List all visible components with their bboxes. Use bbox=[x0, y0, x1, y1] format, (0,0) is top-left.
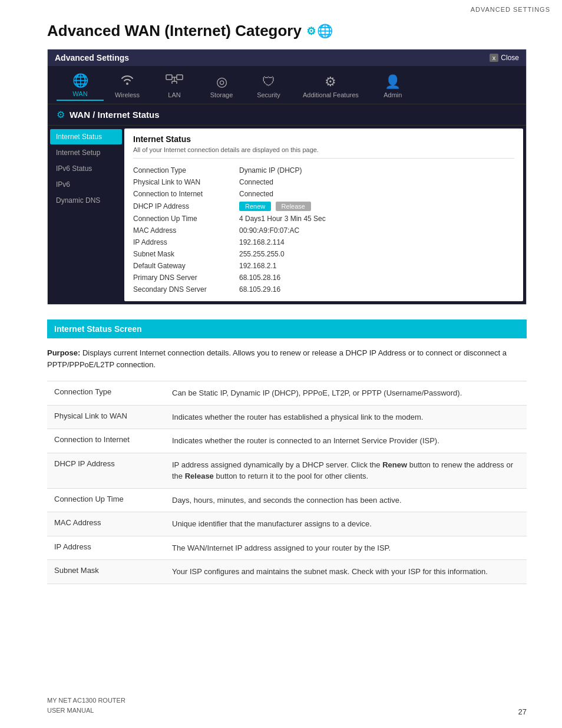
sidebar-item-internet-status[interactable]: Internet Status bbox=[50, 129, 122, 144]
close-x-button[interactable]: x bbox=[490, 54, 499, 62]
main-content: Advanced WAN (Internet) Category ⚙ 🌐 Adv… bbox=[0, 16, 562, 602]
desc-value-subnet: Your ISP configures and maintains the su… bbox=[165, 560, 527, 584]
panel-main-content: Internet Status All of your Internet con… bbox=[124, 129, 523, 301]
desc-value-ip: The WAN/Internet IP address assigned to … bbox=[165, 536, 527, 560]
section-title: Internet Status bbox=[133, 134, 514, 144]
desc-label-connection-type: Connection Type bbox=[47, 381, 165, 406]
admin-icon: 👤 bbox=[385, 74, 401, 90]
header-label: ADVANCED SETTINGS bbox=[471, 6, 550, 13]
svg-rect-1 bbox=[177, 75, 183, 80]
value-connection-type: Dynamic IP (DHCP) bbox=[239, 166, 302, 174]
label-ip: IP Address bbox=[133, 238, 239, 246]
nav-label-additional: Additional Features bbox=[303, 91, 359, 98]
desc-row-physical-link: Physical Link to WAN Indicates whether t… bbox=[47, 405, 527, 429]
nav-item-lan[interactable]: LAN bbox=[151, 71, 198, 101]
info-row-ip: IP Address 192.168.2.114 bbox=[133, 236, 514, 248]
desc-label-physical-link: Physical Link to WAN bbox=[47, 405, 165, 429]
desc-row-connection-type: Connection Type Can be Static IP, Dynami… bbox=[47, 381, 527, 406]
info-row-subnet: Subnet Mask 255.255.255.0 bbox=[133, 248, 514, 260]
value-mac: 00:90:A9:F0:07:AC bbox=[239, 226, 299, 235]
description-table: Connection Type Can be Static IP, Dynami… bbox=[47, 381, 527, 584]
info-row-gateway: Default Gateway 192.168.2.1 bbox=[133, 260, 514, 272]
label-primary-dns: Primary DNS Server bbox=[133, 274, 239, 282]
label-physical-link: Physical Link to WAN bbox=[133, 178, 239, 186]
release-button[interactable]: Release bbox=[276, 202, 311, 211]
desc-label-dhcp-ip: DHCP IP Address bbox=[47, 453, 165, 488]
wan-header-text: WAN / Internet Status bbox=[70, 110, 160, 120]
additional-icon: ⚙ bbox=[325, 74, 336, 90]
nav-item-wan[interactable]: 🌐 WAN bbox=[57, 71, 104, 101]
page-title-text: Advanced WAN (Internet) Category bbox=[47, 22, 302, 40]
desc-row-connection-internet: Connection to Internet Indicates whether… bbox=[47, 429, 527, 453]
info-row-secondary-dns: Secondary DNS Server 68.105.29.16 bbox=[133, 284, 514, 295]
sidebar-item-ipv6-status[interactable]: IPv6 Status bbox=[50, 161, 122, 176]
wireless-icon bbox=[120, 74, 134, 90]
status-screen-label: Internet Status Screen bbox=[54, 324, 142, 334]
desc-label-subnet: Subnet Mask bbox=[47, 560, 165, 584]
info-row-connection-internet: Connection to Internet Connected bbox=[133, 188, 514, 200]
label-mac: MAC Address bbox=[133, 226, 239, 235]
label-gateway: Default Gateway bbox=[133, 262, 239, 270]
panel-body: Internet Status Internet Setup IPv6 Stat… bbox=[48, 126, 526, 304]
label-secondary-dns: Secondary DNS Server bbox=[133, 285, 239, 294]
value-physical-link: Connected bbox=[239, 178, 273, 186]
desc-value-connection-type: Can be Static IP, Dynamic IP (DHCP), PPP… bbox=[165, 381, 527, 406]
sidebar-item-dynamic-dns[interactable]: Dynamic DNS bbox=[50, 193, 122, 208]
nav-item-admin[interactable]: 👤 Admin bbox=[369, 72, 416, 101]
info-row-primary-dns: Primary DNS Server 68.105.28.16 bbox=[133, 272, 514, 284]
info-row-mac: MAC Address 00:90:A9:F0:07:AC bbox=[133, 225, 514, 236]
panel-title: Advanced Settings bbox=[55, 53, 129, 62]
wan-status-header: ⚙ WAN / Internet Status bbox=[48, 104, 526, 126]
info-row-connection-type: Connection Type Dynamic IP (DHCP) bbox=[133, 164, 514, 176]
footer-line2: USER MANUAL bbox=[47, 706, 125, 716]
sidebar-item-internet-setup[interactable]: Internet Setup bbox=[50, 145, 122, 160]
router-panel: Advanced Settings x Close 🌐 WAN bbox=[47, 49, 527, 305]
nav-label-security: Security bbox=[257, 91, 280, 98]
gear-icon: ⚙ bbox=[306, 25, 316, 38]
wan-header-icon: ⚙ bbox=[57, 109, 65, 120]
label-dhcp: DHCP IP Address bbox=[133, 202, 239, 210]
panel-sidebar: Internet Status Internet Setup IPv6 Stat… bbox=[48, 126, 124, 304]
value-connection-internet: Connected bbox=[239, 190, 273, 198]
nav-label-storage: Storage bbox=[210, 91, 233, 98]
nav-label-wan: WAN bbox=[72, 90, 87, 97]
bold-release: Release bbox=[185, 472, 214, 480]
value-uptime: 4 Days1 Hour 3 Min 45 Sec bbox=[239, 215, 326, 223]
desc-value-connection-internet: Indicates whether the router is connecte… bbox=[165, 429, 527, 453]
info-table: Connection Type Dynamic IP (DHCP) Physic… bbox=[133, 164, 514, 295]
nav-label-wireless: Wireless bbox=[115, 91, 140, 98]
panel-titlebar: Advanced Settings x Close bbox=[48, 50, 526, 66]
nav-item-storage[interactable]: ◎ Storage bbox=[198, 72, 245, 101]
page-footer: MY NET AC1300 ROUTER USER MANUAL 27 bbox=[47, 696, 527, 716]
security-icon: 🛡 bbox=[262, 74, 275, 90]
status-screen-bar: Internet Status Screen bbox=[47, 319, 527, 338]
desc-row-uptime: Connection Up Time Days, hours, minutes,… bbox=[47, 488, 527, 512]
desc-label-connection-internet: Connection to Internet bbox=[47, 429, 165, 453]
desc-label-mac: MAC Address bbox=[47, 512, 165, 536]
nav-item-additional[interactable]: ⚙ Additional Features bbox=[292, 72, 369, 101]
close-label[interactable]: Close bbox=[501, 54, 519, 62]
desc-label-uptime: Connection Up Time bbox=[47, 488, 165, 512]
value-secondary-dns: 68.105.29.16 bbox=[239, 285, 280, 294]
renew-button[interactable]: Renew bbox=[239, 202, 271, 211]
section-subtitle: All of your Internet connection details … bbox=[133, 146, 514, 159]
desc-value-dhcp-ip: IP address assigned dynamically by a DHC… bbox=[165, 453, 527, 488]
desc-value-uptime: Days, hours, minutes, and seconds the co… bbox=[165, 488, 527, 512]
storage-icon: ◎ bbox=[216, 74, 227, 90]
info-row-physical-link: Physical Link to WAN Connected bbox=[133, 176, 514, 188]
desc-row-mac: MAC Address Unique identifier that the m… bbox=[47, 512, 527, 536]
nav-icons-row: 🌐 WAN Wireless bbox=[48, 66, 526, 104]
sidebar-item-ipv6[interactable]: IPv6 bbox=[50, 177, 122, 192]
nav-label-admin: Admin bbox=[384, 91, 402, 98]
title-icons: ⚙ 🌐 bbox=[306, 24, 333, 39]
info-row-uptime: Connection Up Time 4 Days1 Hour 3 Min 45… bbox=[133, 213, 514, 225]
nav-item-security[interactable]: 🛡 Security bbox=[245, 72, 292, 101]
globe-icon: 🌐 bbox=[317, 24, 333, 39]
close-btn-area: x Close bbox=[490, 54, 519, 62]
nav-item-wireless[interactable]: Wireless bbox=[104, 72, 151, 101]
footer-left: MY NET AC1300 ROUTER USER MANUAL bbox=[47, 696, 125, 716]
label-subnet: Subnet Mask bbox=[133, 250, 239, 258]
nav-label-lan: LAN bbox=[168, 91, 180, 98]
value-gateway: 192.168.2.1 bbox=[239, 262, 276, 270]
label-connection-type: Connection Type bbox=[133, 166, 239, 174]
